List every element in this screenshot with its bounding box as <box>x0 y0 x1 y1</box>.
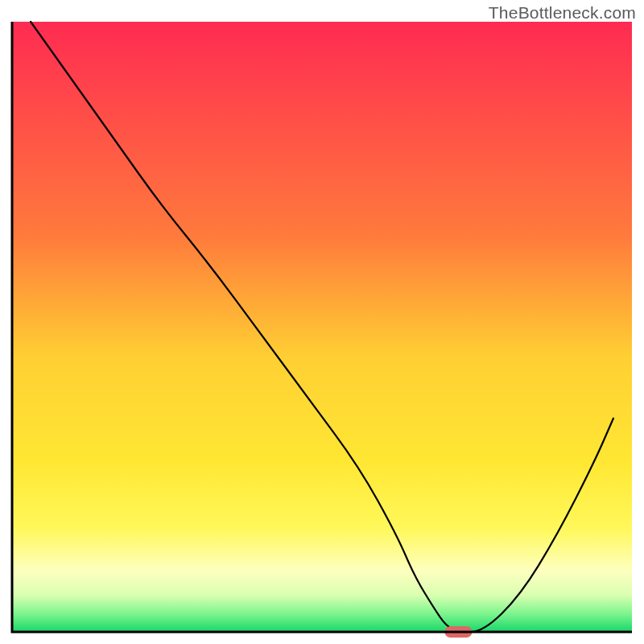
plot-background <box>12 22 632 632</box>
watermark-text: TheBottleneck.com <box>489 3 636 23</box>
bottleneck-chart: TheBottleneck.com <box>0 0 644 644</box>
chart-svg <box>0 0 644 644</box>
